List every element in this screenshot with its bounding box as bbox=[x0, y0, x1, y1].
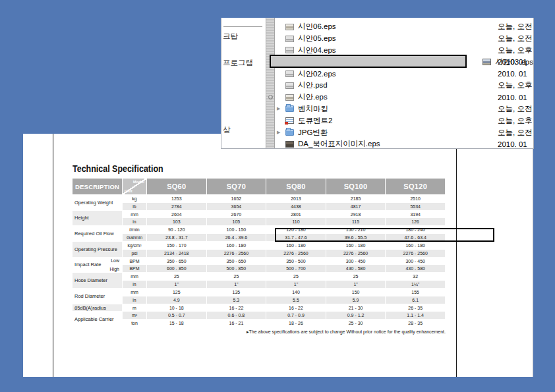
file-date: 오늘, 오전 bbox=[498, 104, 532, 114]
table-header-model: SQ70 bbox=[207, 179, 267, 195]
file-name: 시안.psd bbox=[298, 80, 328, 90]
spec-value-cell: 155 bbox=[386, 289, 446, 296]
spec-unit-cell: kg/cm² bbox=[123, 242, 147, 250]
file-icon bbox=[285, 36, 294, 42]
file-name: DA_북어표지이미지.eps bbox=[298, 139, 380, 149]
spec-unit-cell: kg bbox=[123, 195, 147, 203]
spec-value-cell: 2784 bbox=[147, 203, 207, 211]
folder-icon bbox=[285, 105, 294, 112]
spec-value-cell: 160 - 180 bbox=[386, 242, 446, 250]
file-date: 오늘, 오전 bbox=[498, 22, 532, 32]
sidebar-divider bbox=[223, 26, 262, 27]
spec-value-cell: 2670 bbox=[207, 211, 267, 219]
file-row[interactable]: 도큐멘트2오늘, 오후 bbox=[276, 115, 533, 126]
spec-value-cell: 350 - 650 bbox=[207, 258, 267, 266]
artboard-edge-left bbox=[53, 134, 53, 377]
file-date: 2010. 01 bbox=[498, 140, 527, 148]
spec-value-cell: 2510 bbox=[386, 195, 446, 203]
file-row[interactable]: DA_북어표지이미지.eps2010. 01 bbox=[276, 138, 533, 149]
file-name: 시안05.eps bbox=[298, 34, 336, 43]
spec-value-cell: 0.5 - 0.7 bbox=[147, 312, 207, 320]
disclosure-triangle-icon[interactable]: ▶ bbox=[276, 130, 285, 135]
spec-sublabel: High bbox=[110, 267, 119, 271]
table-header-model-unit: ModelUnit bbox=[123, 179, 147, 195]
file-list: 시안06.eps오늘, 오전시안05.eps오늘, 오전시안04.eps오늘, … bbox=[276, 21, 533, 148]
file-date: 오늘, 오후 bbox=[498, 116, 532, 126]
sidebar-item[interactable]: 상 bbox=[223, 125, 231, 135]
spec-value-cell: 15 - 18 bbox=[147, 320, 207, 327]
spec-value-cell: 90 - 120 bbox=[147, 226, 207, 234]
file-icon bbox=[285, 117, 294, 124]
spec-value-cell: 2134 - 2418 bbox=[147, 250, 207, 258]
file-row[interactable]: 시안03.eps2010. 01 bbox=[276, 56, 533, 68]
annotation-box bbox=[275, 228, 494, 242]
spec-value-cell: 1.1 - 1.4 bbox=[386, 312, 446, 320]
scrollbar-knob[interactable] bbox=[268, 95, 273, 99]
page-title-text: Technical Specification bbox=[73, 163, 163, 174]
file-row[interactable]: ▶벤치마킹오늘, 오전 bbox=[276, 103, 533, 115]
spec-row-label: Operating Weight bbox=[73, 195, 123, 211]
spec-value-cell: 160 - 180 bbox=[266, 242, 326, 250]
spec-unit-cell: BPM bbox=[123, 258, 147, 266]
spec-row-label: Impact RateLowHigh bbox=[73, 258, 123, 273]
spec-row-label-text: 85dB(A)radius bbox=[74, 305, 106, 311]
file-icon bbox=[285, 47, 294, 53]
file-date: 오늘, 오후 bbox=[498, 45, 532, 55]
file-icon bbox=[285, 141, 294, 148]
spec-value-cell: 300 - 450 bbox=[386, 258, 446, 266]
spec-value-cell: 6.1 bbox=[386, 296, 446, 304]
spec-row-label-text: Rod Diameter bbox=[74, 293, 105, 299]
spec-row-label-text: Required Oil Flow bbox=[74, 231, 114, 237]
spec-value-cell: 1253 bbox=[147, 195, 207, 203]
spec-value-cell: 103 bbox=[147, 218, 207, 226]
sidebar-item[interactable]: 프로그램 bbox=[223, 58, 253, 68]
spec-value-cell: 4.9 bbox=[147, 296, 207, 304]
file-row[interactable]: 시안.psd오늘, 오후 bbox=[276, 80, 533, 92]
spec-value-cell: 16 - 22 bbox=[207, 304, 267, 312]
spec-row-label-text: Height bbox=[74, 215, 89, 221]
spec-unit-cell: in bbox=[123, 218, 147, 226]
file-row[interactable]: 시안.eps2010. 01 bbox=[276, 92, 533, 103]
spec-value-cell: 2918 bbox=[326, 211, 386, 219]
spec-value-cell: 10 - 18 bbox=[147, 304, 207, 312]
spec-row-label: Required Oil Flow bbox=[73, 226, 123, 242]
table-header-model: SQ120 bbox=[386, 179, 446, 195]
spec-unit-cell: ton bbox=[123, 320, 147, 327]
spec-unit-cell: psi bbox=[123, 250, 147, 258]
spec-value-cell: 2801 bbox=[266, 211, 326, 219]
spec-value-cell: 2013 bbox=[266, 195, 326, 203]
sidebar-item[interactable]: 크탑 bbox=[223, 32, 238, 42]
file-icon bbox=[482, 59, 491, 65]
file-date: 오늘, 오후 bbox=[498, 80, 532, 90]
file-row[interactable]: ▶JPG변환오늘, 오전 bbox=[276, 126, 533, 138]
spec-value-cell: 430 - 580 bbox=[326, 265, 386, 273]
file-date: 오늘, 오전 bbox=[498, 128, 532, 138]
spec-value-cell: 126 bbox=[386, 218, 446, 226]
file-row[interactable]: 시안06.eps오늘, 오전 bbox=[276, 21, 533, 33]
spec-value-cell: 16 - 21 bbox=[207, 320, 267, 327]
spec-value-cell: 105 bbox=[207, 218, 267, 226]
disclosure-triangle-icon[interactable]: ▶ bbox=[276, 106, 285, 111]
spec-value-cell: 110 bbox=[266, 218, 326, 226]
spec-row-label: Hose Diameter bbox=[73, 273, 123, 289]
file-row[interactable]: 시안02.eps2010. 01 bbox=[276, 68, 533, 80]
table-header-model: SQ60 bbox=[147, 179, 207, 195]
spec-row-label-text: Operating Weight bbox=[74, 200, 113, 206]
file-name: 시안04.eps bbox=[298, 45, 336, 55]
spec-row-label-text: Applicable Carrier bbox=[74, 316, 114, 322]
spec-row-label: Applicable Carrier bbox=[73, 312, 123, 327]
spec-value-cell: 26 - 35 bbox=[386, 304, 446, 312]
spec-value-cell: 2185 bbox=[326, 195, 386, 203]
spec-unit-cell: lb bbox=[123, 203, 147, 211]
spec-value-cell: 5.3 bbox=[207, 296, 267, 304]
spec-table: DESCRIPTIONModelUnitSQ60SQ70SQ80SQ100SQ1… bbox=[73, 179, 446, 327]
spec-value-cell: 100 - 150 bbox=[207, 226, 267, 234]
spec-value-cell: 2276 - 2560 bbox=[386, 250, 446, 258]
file-row[interactable]: 시안05.eps오늘, 오전 bbox=[276, 33, 533, 45]
spec-value-cell: 3654 bbox=[207, 203, 267, 211]
spec-value-cell: 500 - 850 bbox=[207, 265, 267, 273]
spec-unit-cell: in bbox=[123, 281, 147, 289]
sidebar-scrollbar[interactable] bbox=[266, 18, 275, 148]
spec-value-cell: 140 bbox=[266, 289, 326, 296]
selection-outline bbox=[270, 55, 467, 68]
